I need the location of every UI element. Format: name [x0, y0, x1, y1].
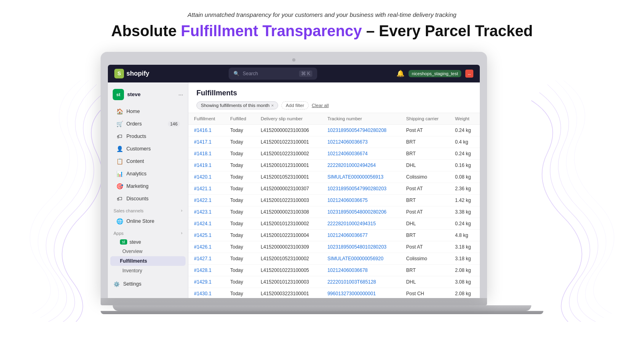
shopify-topbar: S shopify 🔍 Search ⌘ K 🔔 niceshops_stagi…: [108, 65, 480, 82]
cell-id: #1427.1: [188, 253, 225, 264]
cell-tracking: 1023189500548000280206: [322, 206, 400, 218]
sidebar-item-fulfillments[interactable]: Fulfillments: [110, 256, 186, 266]
sidebar-customers-label: Customers: [126, 146, 151, 152]
cell-carrier: Post AT: [400, 183, 449, 194]
sidebar-item-online-store[interactable]: 🌐 Online Store: [110, 215, 186, 227]
sidebar-analytics-label: Analytics: [126, 171, 147, 177]
store-dot: ...: [465, 70, 473, 78]
tracking-link[interactable]: SIMULATE000000056920: [327, 256, 383, 261]
sidebar-item-analytics[interactable]: 📊 Analytics: [110, 168, 186, 180]
fulfillment-link[interactable]: #1417.1: [194, 139, 211, 145]
search-icon: 🔍: [233, 71, 239, 76]
cell-id: #1418.1: [188, 148, 225, 159]
cell-slip: L41520010123100003: [255, 276, 322, 288]
sidebar-item-discounts[interactable]: 🏷 Discounts: [110, 193, 186, 205]
tagline: Attain unmatched transparency for your c…: [111, 11, 533, 18]
sales-channels-label: Sales channels: [114, 208, 144, 213]
sidebar-item-inventory[interactable]: Inventory: [108, 266, 188, 275]
fulfillment-link[interactable]: #1430.1: [194, 291, 211, 296]
tracking-link[interactable]: 22220101003T685128: [327, 279, 376, 285]
table-header: Fulfillment Fulfilled Delivery slip numb…: [188, 113, 480, 125]
tracking-link[interactable]: 102124060036673: [327, 139, 367, 145]
fulfillment-link[interactable]: #1418.1: [194, 151, 211, 156]
col-weight: Weight: [450, 113, 480, 125]
tracking-link[interactable]: 222282010002494315: [327, 221, 376, 226]
settings-icon: ⚙️: [114, 281, 120, 287]
sidebar-item-settings[interactable]: ⚙️ Settings: [108, 278, 188, 290]
page-header: Attain unmatched transparency for your c…: [111, 11, 533, 41]
sales-channels-expand-icon[interactable]: ›: [181, 208, 182, 213]
cell-carrier: Post AT: [400, 206, 449, 218]
tracking-link[interactable]: 102124060036674: [327, 151, 367, 156]
fulfillment-link[interactable]: #1424.1: [194, 221, 211, 226]
col-carrier: Shipping carrier: [400, 113, 449, 125]
table-header-row: Fulfillment Fulfilled Delivery slip numb…: [188, 113, 480, 125]
fulfillment-link[interactable]: #1429.1: [194, 279, 211, 285]
sidebar-item-home[interactable]: 🏠 Home: [110, 105, 186, 117]
col-fulfillment: Fulfillment: [188, 113, 225, 125]
tracking-link[interactable]: 222282010002494264: [327, 162, 376, 168]
tracking-link[interactable]: SIMULATE000000056913: [327, 174, 383, 180]
clear-all-button[interactable]: Clear all: [312, 103, 329, 108]
cell-slip: L41520010223100003: [255, 194, 322, 206]
fulfillment-link[interactable]: #1416.1: [194, 128, 211, 133]
filter-chip-month[interactable]: Showing fulfillments of this month ×: [196, 101, 278, 109]
tracking-link[interactable]: 102124060036677: [327, 232, 367, 238]
table-body: #1416.1 Today L41520000023100306 1023189…: [188, 124, 480, 298]
fulfillment-link[interactable]: #1419.1: [194, 162, 211, 168]
sales-channels-section: Sales channels ›: [108, 205, 188, 215]
fulfillment-link[interactable]: #1428.1: [194, 267, 211, 273]
shopify-logo-text: shopify: [126, 70, 149, 77]
cell-carrier: BRT: [400, 194, 449, 206]
cell-tracking: 102124060036677: [322, 229, 400, 241]
table-row: #1416.1 Today L41520000023100306 1023189…: [188, 124, 480, 136]
cell-weight: 0.4 kg: [450, 136, 480, 148]
sidebar-item-products[interactable]: 🏷 Products: [110, 130, 186, 142]
content-icon: 📋: [116, 158, 123, 165]
tracking-link[interactable]: 1023189500547940280208: [327, 128, 386, 133]
fulfillment-link[interactable]: #1422.1: [194, 197, 211, 203]
cell-weight: 3.18 kg: [450, 253, 480, 264]
sidebar-item-marketing[interactable]: 🎯 Marketing: [110, 180, 186, 192]
fulfillments-table: Fulfillment Fulfilled Delivery slip numb…: [188, 113, 480, 298]
tracking-link[interactable]: 996013273000000001: [327, 291, 376, 296]
table-row: #1420.1 Today L41520010523100001 SIMULAT…: [188, 171, 480, 183]
cell-slip: L41520010223100001: [255, 136, 322, 148]
apps-expand-icon[interactable]: ›: [181, 231, 182, 235]
cell-id: #1428.1: [188, 264, 225, 276]
sidebar-item-content[interactable]: 📋 Content: [110, 155, 186, 167]
sidebar-item-overview[interactable]: Overview: [108, 247, 188, 256]
table-row: #1417.1 Today L41520010223100001 1021240…: [188, 136, 480, 148]
tracking-link[interactable]: 1023189500547990280203: [327, 186, 386, 191]
sidebar-marketing-label: Marketing: [126, 183, 149, 189]
tracking-link[interactable]: 1023189500548010280203: [327, 244, 386, 250]
fulfillment-link[interactable]: #1427.1: [194, 256, 211, 261]
sidebar-item-app-steve[interactable]: st steve: [108, 237, 188, 247]
fulfillment-link[interactable]: #1421.1: [194, 186, 211, 191]
cell-tracking: 102124060036678: [322, 264, 400, 276]
tracking-link[interactable]: 102124060036678: [327, 267, 367, 273]
cell-carrier: DHL: [400, 159, 449, 171]
bell-icon[interactable]: 🔔: [396, 70, 405, 77]
add-filter-button[interactable]: Add filter: [281, 101, 308, 109]
fulfillment-link[interactable]: #1425.1: [194, 232, 211, 238]
cell-id: #1426.1: [188, 241, 225, 253]
fulfillment-link[interactable]: #1423.1: [194, 209, 211, 215]
fulfillment-link[interactable]: #1420.1: [194, 174, 211, 180]
shopify-logo-icon: S: [114, 69, 124, 78]
tracking-link[interactable]: 1023189500548000280206: [327, 209, 386, 215]
sidebar-item-customers[interactable]: 👤 Customers: [110, 143, 186, 155]
cell-id: #1429.1: [188, 276, 225, 288]
headline-part3: – Every Parcel Tracked: [362, 23, 533, 39]
tracking-link[interactable]: 102124060036675: [327, 197, 367, 203]
online-store-icon: 🌐: [116, 218, 123, 224]
cell-weight: 0.24 kg: [450, 218, 480, 229]
sidebar-item-orders[interactable]: 🛒 Orders 146: [110, 118, 186, 130]
cell-tracking: 1023189500547990280203: [322, 183, 400, 194]
fulfillment-link[interactable]: #1426.1: [194, 244, 211, 250]
search-box[interactable]: 🔍 Search ⌘ K: [229, 68, 317, 80]
table-row: #1424.1 Today L41520010123100002 2222820…: [188, 218, 480, 229]
cell-fulfilled: Today: [225, 148, 255, 159]
sidebar-more-icon[interactable]: ···: [178, 91, 183, 98]
filter-chip-remove-icon[interactable]: ×: [271, 103, 274, 108]
